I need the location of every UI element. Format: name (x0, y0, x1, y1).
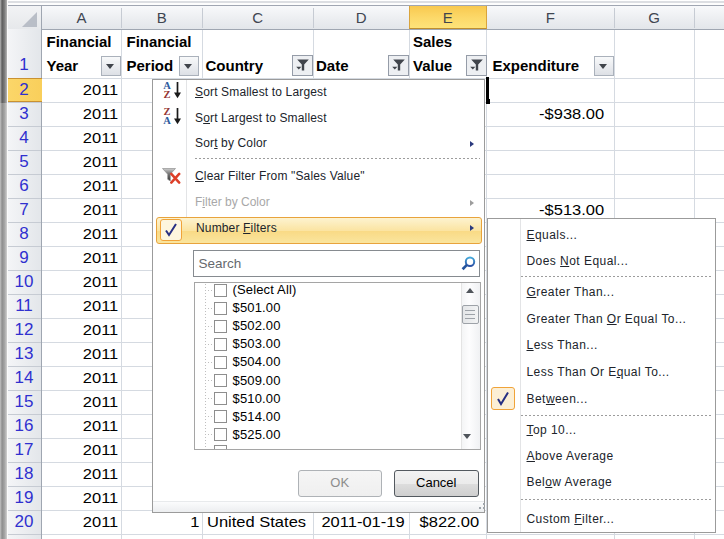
svg-text:Z: Z (163, 89, 170, 99)
svg-text:A: A (163, 115, 171, 125)
